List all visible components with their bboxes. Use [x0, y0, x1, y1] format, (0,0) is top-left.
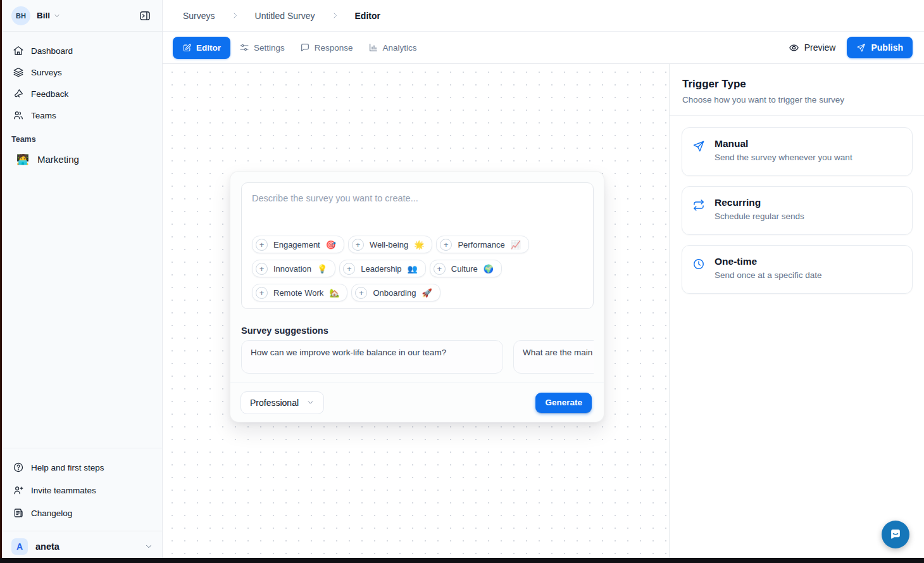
preview-label: Preview [804, 42, 836, 53]
trigger-option-recurring[interactable]: Recurring Schedule regular sends [682, 186, 913, 235]
chevron-down-icon [144, 542, 153, 551]
rocket-emoji-icon: 🚀 [421, 288, 432, 298]
trigger-options: Manual Send the survey whenever you want… [670, 116, 924, 294]
topic-chip-well-being[interactable]: + Well-being 🌟 [348, 236, 432, 253]
topic-chip-engagement[interactable]: + Engagement 🎯 [252, 236, 344, 253]
globe-emoji-icon: 🌍 [484, 264, 494, 274]
publish-label: Publish [871, 42, 903, 53]
trigger-option-one-time[interactable]: One-time Send once at a specific date [682, 245, 913, 294]
screenshot-left-edge [0, 0, 2, 563]
preview-button[interactable]: Preview [789, 42, 836, 53]
survey-suggestions-label: Survey suggestions [241, 326, 328, 336]
topic-chip-leadership[interactable]: + Leadership 👥 [339, 260, 426, 277]
sidebar: BH Bill Dashboard Surv [0, 0, 163, 563]
tab-settings[interactable]: Settings [233, 37, 291, 59]
tab-response[interactable]: Response [294, 37, 359, 59]
breadcrumb: Surveys Untitled Survey Editor [163, 0, 924, 32]
option-texts: Recurring Schedule regular sends [715, 197, 804, 224]
breadcrumb-editor: Editor [355, 11, 380, 21]
sliders-icon [239, 42, 249, 53]
workspace: Describe the survey you want to create..… [163, 64, 924, 563]
chevron-down-icon [53, 12, 61, 20]
sidebar-item-teams[interactable]: Teams [8, 104, 154, 126]
sidebar-item-label: Surveys [31, 68, 62, 77]
pencil-square-icon [182, 43, 192, 53]
topic-chip-culture[interactable]: + Culture 🌍 [430, 260, 502, 277]
chip-label: Well-being [370, 240, 408, 250]
topic-chips: + Engagement 🎯 + Well-being 🌟 + [252, 236, 587, 301]
sidebar-collapse-button[interactable] [136, 7, 154, 25]
breadcrumb-surveys[interactable]: Surveys [183, 11, 215, 21]
sidebar-item-changelog[interactable]: Changelog [8, 502, 154, 524]
option-title: One-time [715, 256, 822, 267]
topic-chip-performance[interactable]: + Performance 📈 [436, 236, 529, 253]
topic-chip-innovation[interactable]: + Innovation 💡 [252, 260, 335, 277]
plus-icon: + [434, 263, 446, 275]
topic-chip-onboarding[interactable]: + Onboarding 🚀 [351, 284, 440, 301]
tab-label: Settings [254, 43, 285, 53]
tone-select[interactable]: Professional [240, 391, 324, 414]
workspace-switcher[interactable]: BH Bill [0, 0, 162, 32]
workspace-avatar: BH [11, 6, 30, 25]
topic-chip-remote-work[interactable]: + Remote Work 🏡 [252, 284, 347, 301]
sidebar-footer: Help and first steps Invite teammates Ch… [0, 448, 162, 524]
user-avatar: A [11, 538, 28, 555]
sidebar-team-marketing[interactable]: 🧑‍💻 Marketing [8, 146, 154, 172]
repeat-icon [692, 199, 705, 224]
chip-label: Remote Work [273, 288, 323, 298]
chat-launcher-button[interactable] [882, 521, 909, 548]
breadcrumb-untitled-survey[interactable]: Untitled Survey [255, 11, 315, 21]
tab-label: Analytics [383, 43, 417, 53]
chevron-right-icon [231, 11, 239, 20]
option-description: Schedule regular sends [715, 212, 804, 221]
suggestion-card[interactable]: How can we improve work-life balance in … [241, 340, 503, 374]
survey-prompt-input[interactable]: Describe the survey you want to create..… [252, 193, 583, 203]
ai-survey-generator-panel: Describe the survey you want to create..… [230, 171, 604, 422]
chip-label: Onboarding [373, 288, 416, 298]
send-icon [856, 43, 866, 53]
sidebar-item-help[interactable]: Help and first steps [8, 456, 154, 479]
sidebar-item-dashboard[interactable]: Dashboard [8, 40, 154, 61]
eye-icon [789, 42, 799, 53]
sidebar-item-feedback[interactable]: Feedback [8, 83, 154, 104]
send-icon [692, 140, 705, 165]
trigger-type-panel: Trigger Type Choose how you want to trig… [669, 64, 924, 563]
tab-analytics[interactable]: Analytics [362, 37, 423, 59]
plus-icon: + [440, 239, 452, 251]
toolbar-actions: Preview Publish [789, 37, 913, 58]
changelog-icon [13, 507, 24, 519]
sidebar-item-label: Changelog [31, 509, 72, 518]
sidebar-section-teams-label: Teams [0, 126, 162, 146]
plus-icon: + [256, 239, 268, 251]
sidebar-nav: Dashboard Surveys Feedback Teams [0, 32, 162, 126]
editor-canvas[interactable]: Describe the survey you want to create..… [163, 64, 669, 563]
suggestion-card[interactable]: What are the main ob [513, 340, 594, 374]
megaphone-icon [13, 88, 24, 99]
people-emoji-icon: 👥 [408, 264, 418, 274]
survey-prompt-card: Describe the survey you want to create..… [241, 182, 594, 309]
layers-icon [13, 66, 24, 78]
panel-collapse-icon [139, 9, 151, 22]
screenshot-bottom-edge [0, 558, 924, 563]
sidebar-item-surveys[interactable]: Surveys [8, 61, 154, 83]
home-icon [13, 45, 24, 56]
plus-icon: + [355, 287, 367, 299]
chip-label: Leadership [361, 264, 401, 274]
panel-subtitle: Choose how you want to trigger the surve… [682, 95, 910, 104]
generate-button[interactable]: Generate [535, 393, 592, 413]
star-emoji-icon: 🌟 [414, 240, 424, 250]
panel-title: Trigger Type [682, 78, 910, 91]
sidebar-item-label: Feedback [31, 89, 68, 99]
trigger-option-manual[interactable]: Manual Send the survey whenever you want [682, 127, 913, 176]
plus-icon: + [256, 287, 268, 299]
option-title: Recurring [715, 197, 804, 208]
sidebar-spacer [0, 172, 162, 448]
sidebar-item-invite[interactable]: Invite teammates [8, 479, 154, 502]
option-texts: Manual Send the survey whenever you want [715, 138, 852, 165]
publish-button[interactable]: Publish [847, 37, 913, 58]
tab-editor[interactable]: Editor [173, 37, 230, 59]
option-title: Manual [715, 138, 852, 149]
tab-label: Editor [196, 43, 221, 53]
chip-label: Innovation [273, 264, 311, 274]
chip-label: Performance [458, 240, 504, 250]
